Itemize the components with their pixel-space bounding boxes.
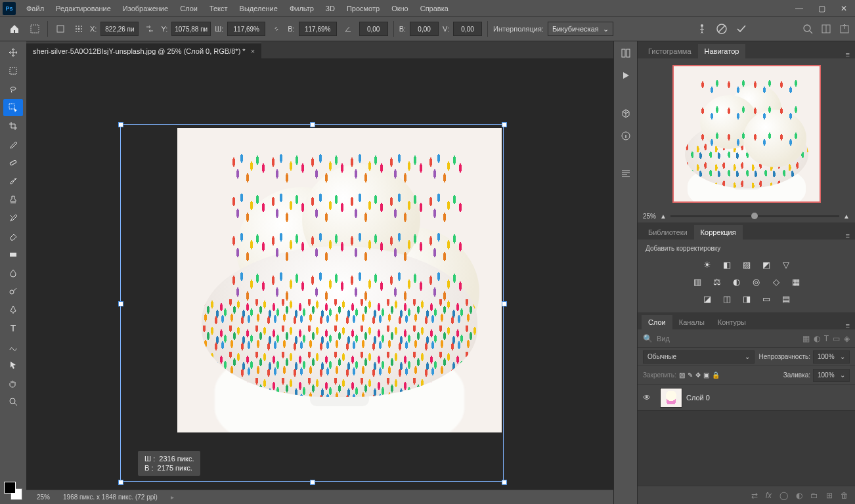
tab-layers[interactable]: Слои <box>642 315 672 329</box>
transform-handle[interactable] <box>502 480 507 485</box>
document-tab[interactable]: sheri-silver-5A0O12BIsjY-unsplash.jpg @ … <box>26 43 261 58</box>
search-icon[interactable] <box>802 24 813 34</box>
stamp-tool[interactable] <box>3 191 23 208</box>
ref-point-toggle[interactable] <box>53 22 68 36</box>
actions-panel-icon[interactable] <box>618 68 634 83</box>
canvas[interactable]: Ш : 2316 пикс. В : 2175 пикс. <box>26 58 613 490</box>
tab-histogram[interactable]: Гистограмма <box>642 44 698 58</box>
filter-type-icon[interactable]: T <box>824 334 829 343</box>
color-swatches[interactable] <box>4 482 22 500</box>
lasso-tool[interactable] <box>3 81 23 98</box>
transform-handle[interactable] <box>310 122 315 127</box>
share-icon[interactable] <box>839 24 850 34</box>
zoom-out-icon[interactable]: ▲ <box>660 213 667 220</box>
menu-select[interactable]: Выделение <box>234 2 283 15</box>
photo-filter-icon[interactable]: ◎ <box>750 276 763 287</box>
pen-tool[interactable] <box>3 301 23 318</box>
move-tool[interactable] <box>3 44 23 61</box>
hsl-icon[interactable]: ▥ <box>691 276 704 287</box>
tab-navigator[interactable]: Навигатор <box>698 44 746 58</box>
menu-layers[interactable]: Слои <box>175 2 203 15</box>
skew-v-field[interactable]: 0,00 <box>453 22 482 36</box>
zoom-tool[interactable] <box>3 393 23 410</box>
path-tool[interactable] <box>3 338 23 355</box>
paragraph-panel-icon[interactable] <box>618 166 634 182</box>
menu-window[interactable]: Окно <box>386 2 414 15</box>
menu-3d[interactable]: 3D <box>320 2 340 15</box>
tab-correction[interactable]: Коррекция <box>694 225 743 240</box>
layers-filter-input[interactable]: Вид <box>657 335 799 343</box>
brush-tool[interactable] <box>3 173 23 190</box>
brightness-icon[interactable]: ☀ <box>701 259 714 270</box>
status-zoom[interactable]: 25% <box>37 494 50 501</box>
transform-handle[interactable] <box>310 480 315 485</box>
lock-paint-icon[interactable]: ✎ <box>688 371 693 379</box>
posterize-icon[interactable]: ◫ <box>720 293 734 304</box>
lock-position-icon[interactable]: ✥ <box>695 371 701 379</box>
history-brush-tool[interactable] <box>3 209 23 226</box>
eyedropper-tool[interactable] <box>3 136 23 153</box>
gradient-map-icon[interactable]: ▭ <box>760 293 773 304</box>
new-layer-icon[interactable]: ⊞ <box>826 491 833 500</box>
hand-tool[interactable] <box>3 375 23 392</box>
tab-paths[interactable]: Контуры <box>711 315 753 329</box>
type-tool[interactable] <box>3 320 23 337</box>
layer-thumbnail[interactable] <box>660 388 682 408</box>
nav-panel-menu-icon[interactable]: ≡ <box>841 51 855 58</box>
blend-mode-select[interactable]: Обычные⌄ <box>643 350 755 364</box>
link-layers-icon[interactable]: ⇄ <box>751 491 758 500</box>
tab-channels[interactable]: Каналы <box>672 315 711 329</box>
filter-image-icon[interactable]: ▦ <box>802 334 810 343</box>
layers-panel-menu-icon[interactable]: ≡ <box>841 322 855 329</box>
x-field[interactable]: 822,26 пи <box>100 22 139 36</box>
direct-select-tool[interactable] <box>3 356 23 373</box>
puppet-icon[interactable] <box>696 23 708 35</box>
layer-name[interactable]: Слой 0 <box>686 394 710 402</box>
visibility-toggle-icon[interactable]: 👁 <box>638 393 656 402</box>
transform-handle[interactable] <box>118 122 123 127</box>
ref-point-grid[interactable] <box>72 22 86 36</box>
curves-icon[interactable]: ▨ <box>740 259 753 270</box>
opacity-field[interactable]: 100%⌄ <box>813 350 850 364</box>
frame-select-icon[interactable] <box>28 22 42 36</box>
threshold-icon[interactable]: ◨ <box>740 293 753 304</box>
gradient-tool[interactable] <box>3 246 23 263</box>
tab-libraries[interactable]: Библиотеки <box>642 225 694 240</box>
dodge-tool[interactable] <box>3 283 23 300</box>
cancel-transform-icon[interactable] <box>716 23 728 35</box>
y-field[interactable]: 1075,88 пи <box>171 22 211 36</box>
commit-transform-icon[interactable] <box>735 23 747 35</box>
fill-field[interactable]: 100%⌄ <box>813 369 850 382</box>
layer-style-icon[interactable]: fx <box>766 491 772 500</box>
menu-text[interactable]: Текст <box>204 2 233 15</box>
blur-tool[interactable] <box>3 264 23 282</box>
navigator-thumbnail[interactable] <box>672 65 821 203</box>
transform-handle[interactable] <box>502 301 507 306</box>
menu-view[interactable]: Просмотр <box>341 2 385 15</box>
menu-filter[interactable]: Фильтр <box>284 2 319 15</box>
zoom-in-icon[interactable]: ▲ <box>843 213 850 220</box>
layer-mask-icon[interactable]: ◯ <box>779 491 788 500</box>
history-panel-icon[interactable] <box>618 45 634 61</box>
angle-field[interactable]: 0,00 <box>359 22 388 36</box>
bw-icon[interactable]: ◐ <box>730 276 743 287</box>
arrange-docs-icon[interactable] <box>821 24 831 34</box>
w-field[interactable]: 117,69% <box>227 22 265 36</box>
correction-panel-menu-icon[interactable]: ≡ <box>841 232 855 240</box>
interpolation-select[interactable]: Бикубическая⌄ <box>548 22 613 36</box>
info-panel-icon[interactable] <box>618 128 634 144</box>
adjustment-layer-icon[interactable]: ◐ <box>796 491 802 500</box>
delete-layer-icon[interactable]: 🗑 <box>841 491 848 500</box>
3d-panel-icon[interactable] <box>618 106 634 121</box>
lock-transparency-icon[interactable]: ▨ <box>679 371 685 379</box>
skew-h-field[interactable]: 0,00 <box>410 22 439 36</box>
home-button[interactable] <box>5 20 24 38</box>
quick-selection-tool[interactable] <box>3 99 23 116</box>
color-balance-icon[interactable]: ⚖ <box>711 276 724 287</box>
lock-all-icon[interactable]: 🔒 <box>712 371 720 379</box>
transform-handle[interactable] <box>502 122 507 127</box>
search-icon[interactable]: 🔍 <box>643 334 653 343</box>
menu-help[interactable]: Справка <box>415 2 454 15</box>
transform-handle[interactable] <box>118 301 123 306</box>
crop-tool[interactable] <box>3 117 23 135</box>
